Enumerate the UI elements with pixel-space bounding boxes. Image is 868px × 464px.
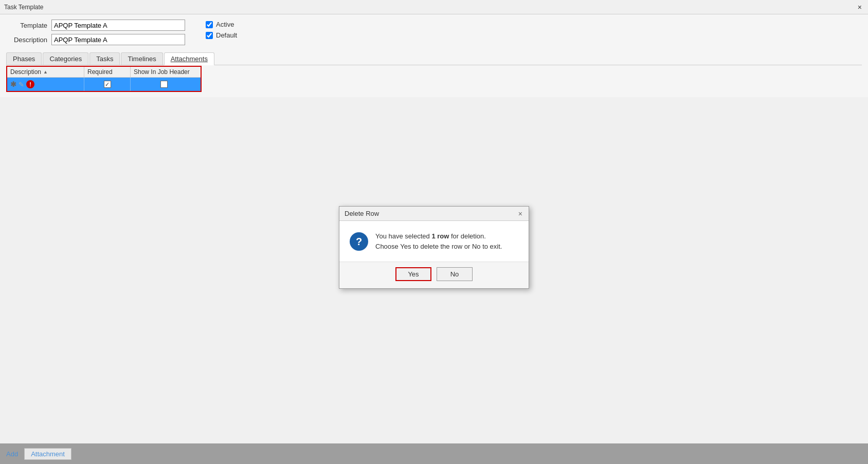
dialog-titlebar: Delete Row ×: [339, 207, 529, 221]
dialog-close-button[interactable]: ×: [517, 210, 523, 217]
dialog-title: Delete Row: [345, 210, 379, 217]
modal-overlay: Delete Row × ? You have selected 1 row f…: [0, 0, 868, 464]
dialog-footer: Yes No: [339, 262, 529, 288]
delete-row-dialog: Delete Row × ? You have selected 1 row f…: [339, 206, 529, 289]
no-button[interactable]: No: [437, 267, 473, 281]
dialog-message: You have selected 1 row for deletion. Ch…: [375, 231, 502, 251]
dialog-body: ? You have selected 1 row for deletion. …: [339, 221, 529, 256]
yes-button[interactable]: Yes: [395, 267, 431, 281]
question-icon: ?: [350, 232, 368, 251]
